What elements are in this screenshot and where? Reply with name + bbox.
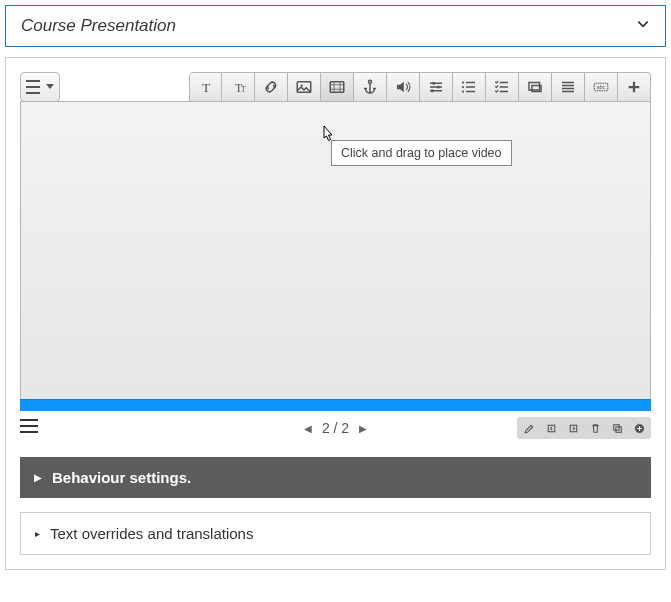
progress-bar <box>20 399 651 411</box>
move-left-button[interactable] <box>540 418 562 438</box>
anchor-tool[interactable] <box>354 72 387 102</box>
svg-point-9 <box>431 89 434 92</box>
page-title: Course Presentation <box>21 16 176 36</box>
checklist-tool[interactable] <box>486 72 519 102</box>
pager-text: 2 / 2 <box>322 420 349 436</box>
caret-right-icon: ▸ <box>35 528 40 539</box>
audio-tool[interactable] <box>387 72 420 102</box>
list-tool[interactable] <box>453 72 486 102</box>
abc-tool[interactable]: abc <box>585 72 618 102</box>
slide-tools <box>517 417 651 439</box>
text-tool[interactable]: T <box>189 72 222 102</box>
tooltip: Click and drag to place video <box>331 140 512 166</box>
next-slide[interactable]: ▶ <box>359 423 367 434</box>
image-tool[interactable] <box>288 72 321 102</box>
clone-slide-button[interactable] <box>606 418 628 438</box>
prev-slide[interactable]: ◀ <box>304 423 312 434</box>
edit-slide-button[interactable] <box>518 418 540 438</box>
content-toolbar: T TT abc <box>189 72 651 102</box>
svg-rect-5 <box>330 82 344 93</box>
sliders-tool[interactable] <box>420 72 453 102</box>
svg-point-6 <box>369 80 372 83</box>
slide-nav: ◀ 2 / 2 ▶ <box>20 417 651 439</box>
add-slide-button[interactable] <box>628 418 650 438</box>
add-tool[interactable] <box>618 72 651 102</box>
delete-slide-button[interactable] <box>584 418 606 438</box>
svg-point-7 <box>432 82 435 85</box>
editor-panel: T TT abc Click and drag to plac <box>5 57 666 570</box>
section-behaviour[interactable]: ▶ Behaviour settings. <box>20 457 651 498</box>
svg-rect-18 <box>570 425 577 432</box>
menu-icon[interactable] <box>20 419 38 437</box>
svg-text:T: T <box>241 85 246 94</box>
lines-tool[interactable] <box>552 72 585 102</box>
menu-button[interactable] <box>20 72 60 102</box>
section-overrides[interactable]: ▸ Text overrides and translations <box>20 512 651 555</box>
header-bar[interactable]: Course Presentation <box>5 5 666 47</box>
svg-point-8 <box>437 86 440 89</box>
caret-right-icon: ▶ <box>34 472 42 483</box>
text-style-tool[interactable]: TT <box>222 72 255 102</box>
move-right-button[interactable] <box>562 418 584 438</box>
svg-point-10 <box>462 81 464 83</box>
chevron-down-icon <box>636 17 650 35</box>
video-tool[interactable] <box>321 72 354 102</box>
svg-rect-17 <box>548 425 555 432</box>
link-tool[interactable] <box>255 72 288 102</box>
svg-point-12 <box>462 90 464 92</box>
section-label: Text overrides and translations <box>50 525 253 542</box>
slide-canvas[interactable]: Click and drag to place video <box>20 101 651 411</box>
svg-text:abc: abc <box>597 84 606 90</box>
svg-point-11 <box>462 86 464 88</box>
svg-text:T: T <box>201 80 210 95</box>
shape-tool[interactable] <box>519 72 552 102</box>
pager: ◀ 2 / 2 ▶ <box>304 420 367 436</box>
editor-wrap: T TT abc Click and drag to plac <box>20 72 651 439</box>
toolbar-row: T TT abc <box>20 72 651 102</box>
section-label: Behaviour settings. <box>52 469 191 486</box>
